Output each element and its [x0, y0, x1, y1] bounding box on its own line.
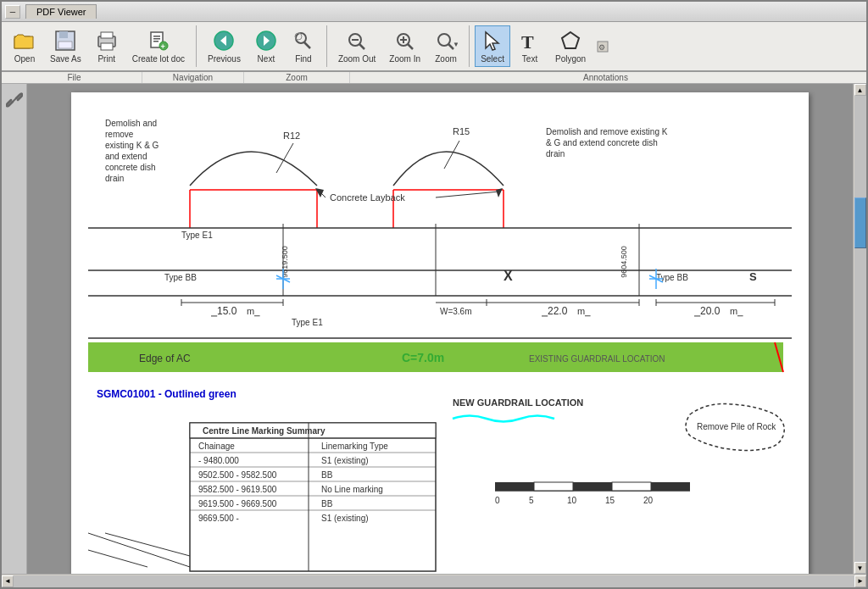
svg-text:m⎯: m⎯: [730, 306, 743, 317]
next-label: Next: [258, 54, 275, 64]
svg-text:- 9480.000: - 9480.000: [198, 456, 239, 465]
title-bar: ─ PDF Viewer: [2, 2, 866, 22]
svg-text:S: S: [749, 270, 757, 283]
svg-text:+: +: [160, 42, 164, 51]
save-as-label: Save As: [50, 54, 81, 64]
svg-text:m⎯: m⎯: [577, 306, 591, 317]
scroll-down-button[interactable]: ▼: [854, 562, 866, 574]
svg-text:9502.500 - 9582.500: 9502.500 - 9582.500: [198, 470, 277, 480]
zoom-button[interactable]: ▼ Zoom: [428, 25, 464, 67]
zoom-in-button[interactable]: Zoom In: [383, 25, 426, 67]
annotations-section-label: Annotations: [350, 72, 861, 83]
svg-text:20: 20: [643, 496, 654, 505]
save-icon: [53, 29, 77, 53]
scroll-up-button[interactable]: ▲: [854, 84, 866, 96]
svg-text:Linemarking Type: Linemarking Type: [321, 442, 388, 451]
print-icon: [95, 29, 119, 53]
svg-text:0: 0: [495, 496, 500, 505]
zoom-section-label: Zoom: [244, 72, 350, 83]
svg-text:10: 10: [567, 496, 577, 505]
svg-text:S1 (existing): S1 (existing): [321, 456, 369, 465]
svg-text:9669.500 -: 9669.500 -: [198, 514, 239, 523]
svg-rect-127: [573, 482, 612, 491]
open-button[interactable]: Open: [7, 25, 42, 67]
zoom-in-icon: [393, 29, 417, 53]
select-button[interactable]: Select: [475, 25, 510, 67]
save-as-button[interactable]: Save As: [44, 25, 87, 67]
svg-marker-30: [486, 32, 498, 50]
svg-text:NEW GUARDRAIL LOCATION: NEW GUARDRAIL LOCATION: [453, 397, 583, 408]
pdf-area[interactable]: Demolish and remove existing K & G and e…: [27, 84, 853, 574]
svg-text:Demolish and remove existing K: Demolish and remove existing K: [546, 127, 668, 136]
svg-rect-2: [59, 31, 68, 38]
polygon-label: Polygon: [555, 54, 586, 64]
svg-text:concrete dish: concrete dish: [105, 163, 155, 172]
content-area: Demolish and remove existing K & G and e…: [2, 84, 866, 574]
svg-text:15: 15: [605, 496, 615, 505]
svg-text:Demolish and: Demolish and: [105, 119, 157, 128]
svg-rect-126: [534, 482, 573, 491]
zoom-label: Zoom: [435, 54, 457, 64]
create-lot-label: Create lot doc: [132, 54, 185, 64]
open-icon: [13, 29, 36, 53]
svg-text:X: X: [504, 269, 513, 283]
left-panel: [2, 84, 27, 574]
svg-text:m⎯: m⎯: [247, 306, 260, 317]
svg-line-19: [304, 42, 310, 48]
svg-text:▼: ▼: [453, 41, 458, 48]
svg-text:R12: R12: [283, 131, 300, 141]
polygon-button[interactable]: Polygon: [549, 25, 592, 67]
engineering-drawing: Demolish and remove existing K & G and e…: [71, 92, 809, 574]
find-label: Find: [295, 54, 311, 64]
svg-text:Type BB: Type BB: [164, 273, 197, 282]
find-icon: [292, 29, 315, 53]
navigation-group: Previous Next: [202, 25, 327, 67]
file-group: Open Save As: [7, 25, 197, 67]
window-frame: ─ PDF Viewer Open: [0, 0, 868, 589]
scroll-thumb[interactable]: [854, 197, 866, 248]
pdf-viewer-tab[interactable]: PDF Viewer: [25, 4, 97, 19]
open-label: Open: [14, 54, 35, 64]
svg-rect-10: [153, 41, 159, 42]
bottom-scrollbar: ◄ ►: [2, 574, 866, 587]
text-button[interactable]: T Text: [512, 25, 548, 67]
select-label: Select: [481, 54, 504, 64]
svg-rect-9: [153, 38, 160, 40]
svg-marker-32: [562, 32, 579, 48]
zoom-out-label: Zoom Out: [338, 54, 376, 64]
toolbar-sections: File Navigation Zoom Annotations: [2, 72, 866, 84]
svg-point-27: [438, 34, 450, 46]
polygon-icon: [559, 29, 582, 53]
svg-rect-5: [101, 32, 113, 38]
svg-text:W=3.6m: W=3.6m: [440, 307, 472, 316]
minimize-button[interactable]: ─: [5, 5, 20, 19]
annotations-settings-icon[interactable]: ⚙: [597, 41, 609, 53]
scroll-left-button[interactable]: ◄: [2, 575, 14, 587]
next-button[interactable]: Next: [248, 25, 284, 67]
scroll-right-button[interactable]: ►: [854, 575, 866, 587]
annotations-group: Select T Text Polygon: [475, 25, 614, 67]
svg-text:No Line marking: No Line marking: [321, 485, 383, 494]
svg-text:9604.500: 9604.500: [620, 246, 628, 278]
scroll-track: [854, 96, 866, 562]
svg-text:9619.500 - 9669.500: 9619.500 - 9669.500: [198, 499, 277, 508]
zoom-out-button[interactable]: Zoom Out: [332, 25, 381, 67]
create-lot-icon: +: [147, 29, 170, 53]
svg-text:EXISTING GUARDRAIL LOCATION: EXISTING GUARDRAIL LOCATION: [529, 354, 665, 364]
zoom-group: Zoom Out Zoom In: [332, 25, 470, 67]
svg-text:& G and extend concrete dish: & G and extend concrete dish: [546, 138, 658, 147]
svg-text:⚙: ⚙: [598, 43, 605, 52]
previous-label: Previous: [208, 54, 241, 64]
link-icon[interactable]: [5, 91, 24, 109]
create-lot-button[interactable]: + Create lot doc: [126, 25, 191, 67]
svg-text:Type E1: Type E1: [292, 318, 323, 327]
svg-text:9582.500 - 9619.500: 9582.500 - 9619.500: [198, 485, 277, 494]
print-button[interactable]: Print: [89, 25, 125, 67]
horizontal-scroll-track[interactable]: [14, 575, 854, 587]
find-button[interactable]: Find: [286, 25, 321, 67]
svg-rect-128: [612, 482, 651, 491]
svg-text:drain: drain: [546, 149, 565, 158]
svg-text:T: T: [521, 31, 534, 52]
previous-button[interactable]: Previous: [202, 25, 247, 67]
svg-text:BB: BB: [321, 499, 333, 508]
